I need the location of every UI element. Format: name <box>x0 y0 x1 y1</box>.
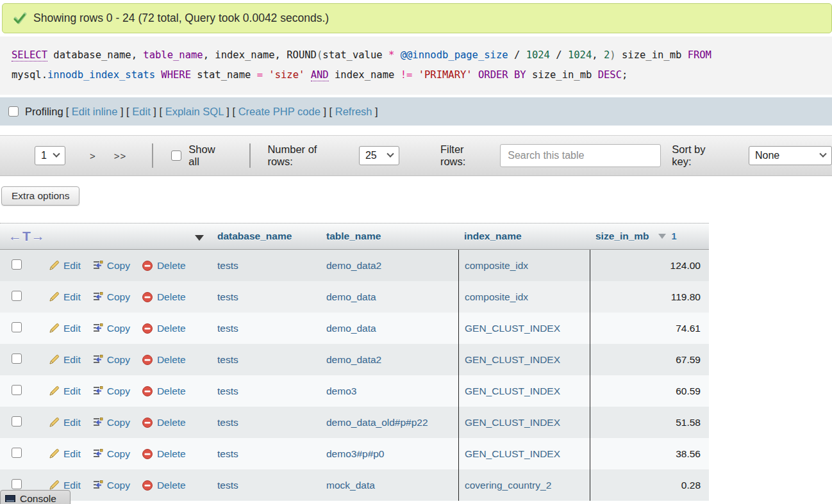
profiling-link-explain-sql[interactable]: Explain SQL <box>165 106 224 117</box>
profiling-link-refresh[interactable]: Refresh <box>335 106 372 117</box>
sort-desc-icon <box>658 234 666 239</box>
profiling-link-edit[interactable]: Edit <box>132 106 150 117</box>
row-checkbox[interactable] <box>12 259 22 270</box>
copy-button[interactable]: Copy <box>92 417 130 428</box>
filter-rows-label: Filter rows: <box>440 143 492 168</box>
sql-token: = <box>257 69 263 81</box>
profiling-link-edit-inline[interactable]: Edit inline <box>72 106 118 117</box>
edit-button[interactable]: Edit <box>49 323 81 334</box>
copy-button[interactable]: Copy <box>92 354 130 366</box>
sort-by-key-select[interactable]: None <box>749 146 832 165</box>
extra-options-button[interactable]: Extra options <box>1 186 79 206</box>
toolbar-divider <box>249 143 251 168</box>
header-size-in-mb[interactable]: size_in_mb 1 <box>590 231 709 242</box>
bracket: [ <box>326 106 335 117</box>
sql-token <box>155 69 161 81</box>
copy-button[interactable]: Copy <box>92 323 130 334</box>
success-check-icon <box>13 12 27 25</box>
success-message-bar: Showing rows 0 - 24 (72 total, Query too… <box>2 3 832 33</box>
bracket: [ <box>156 106 165 117</box>
row-checkbox[interactable] <box>12 322 22 332</box>
row-checkbox-cell <box>0 385 35 398</box>
cell-table-name: demo_data2 <box>320 354 458 366</box>
cell-size-in-mb: 119.80 <box>590 281 709 313</box>
last-page-button[interactable]: >> <box>114 150 127 161</box>
cell-index-name: GEN_CLUST_INDEX <box>458 344 590 375</box>
filter-rows-input[interactable] <box>500 144 661 167</box>
delete-button[interactable]: Delete <box>142 386 186 397</box>
results-table: ←T→ database_name table_name index_name … <box>0 223 709 501</box>
copy-button[interactable]: Copy <box>92 260 130 272</box>
delete-button[interactable]: Delete <box>142 417 186 428</box>
row-checkbox-cell <box>0 322 35 335</box>
cell-index-name: composite_idx <box>458 281 590 313</box>
table-row: EditCopyDeletetestsmock_datacovering_cou… <box>0 469 709 501</box>
copy-button[interactable]: Copy <box>92 480 130 491</box>
table-row: EditCopyDeletetestsdemo_dataGEN_CLUST_IN… <box>0 313 709 344</box>
console-tab[interactable]: Console <box>0 490 71 504</box>
edit-button[interactable]: Edit <box>49 480 81 491</box>
column-dropdown-icon[interactable] <box>195 235 204 241</box>
cell-size-in-mb: 124.00 <box>590 250 709 281</box>
delete-button[interactable]: Delete <box>142 448 186 460</box>
delete-button[interactable]: Delete <box>142 291 186 303</box>
header-table-name[interactable]: table_name <box>320 231 458 242</box>
row-checkbox-cell <box>0 416 35 429</box>
sort-order-number: 1 <box>672 231 677 241</box>
row-checkbox[interactable] <box>12 385 22 395</box>
cell-table-name: demo3#p#p0 <box>320 448 458 460</box>
edit-button[interactable]: Edit <box>49 291 81 303</box>
delete-button[interactable]: Delete <box>142 260 186 272</box>
row-checkbox-cell <box>0 448 35 460</box>
sql-query-box[interactable]: SELECT database_name, table_name, index_… <box>0 37 832 95</box>
edit-button[interactable]: Edit <box>49 260 81 272</box>
cell-index-name: covering_country_2 <box>458 469 590 501</box>
row-checkbox[interactable] <box>12 291 22 301</box>
sql-token: * <box>388 49 394 61</box>
sql-token: database_name, <box>47 49 143 61</box>
edit-button[interactable]: Edit <box>49 448 81 460</box>
sql-token <box>412 69 418 81</box>
row-checkbox[interactable] <box>12 354 22 364</box>
sql-token: stat_name <box>191 69 257 81</box>
page-select[interactable]: 1 <box>35 146 65 165</box>
profiling-checkbox[interactable] <box>8 106 19 117</box>
table-row: EditCopyDeletetestsdemo3#p#p0GEN_CLUST_I… <box>0 438 709 469</box>
cell-size-in-mb: 38.56 <box>590 438 709 469</box>
copy-button[interactable]: Copy <box>92 291 130 303</box>
row-checkbox-cell <box>0 354 35 366</box>
row-checkbox[interactable] <box>12 448 22 458</box>
rows-per-page-select[interactable]: 25 <box>359 146 399 165</box>
edit-button[interactable]: Edit <box>49 354 81 366</box>
sql-token: 1024 <box>526 49 550 61</box>
sql-token: 'PRIMARY' <box>419 69 472 81</box>
row-checkbox[interactable] <box>12 416 22 427</box>
header-index-name[interactable]: index_name <box>458 231 590 242</box>
table-row: EditCopyDeletetestsdemo_data_old#p#p22GE… <box>0 407 709 438</box>
delete-button[interactable]: Delete <box>142 354 186 366</box>
copy-button[interactable]: Copy <box>92 448 130 460</box>
sql-token: , <box>592 49 604 61</box>
cell-table-name: demo_data <box>320 291 458 303</box>
cell-table-name: demo3 <box>320 386 458 397</box>
header-database-name[interactable]: database_name <box>212 231 320 242</box>
delete-button[interactable]: Delete <box>142 323 186 334</box>
row-checkbox[interactable] <box>12 479 22 489</box>
edit-button[interactable]: Edit <box>49 386 81 397</box>
row-actions: EditCopyDelete <box>35 260 212 272</box>
edit-button[interactable]: Edit <box>49 417 81 428</box>
sql-token: / <box>550 49 568 61</box>
copy-button[interactable]: Copy <box>92 386 130 397</box>
cell-database-name: tests <box>212 386 320 397</box>
column-options-icon[interactable]: ←T→ <box>0 229 46 244</box>
profiling-link-create-php-code[interactable]: Create PHP code <box>238 106 320 117</box>
sql-token: innodb_index_stats <box>47 69 155 81</box>
show-all-checkbox[interactable] <box>171 150 181 161</box>
table-row: EditCopyDeletetestsdemo_data2GEN_CLUST_I… <box>0 344 709 375</box>
next-page-button[interactable]: > <box>90 150 96 161</box>
show-all-label: Show all <box>188 143 228 168</box>
sql-token: 'size' <box>269 69 304 81</box>
bracket: ] <box>117 106 123 117</box>
row-actions: EditCopyDelete <box>35 291 212 303</box>
delete-button[interactable]: Delete <box>142 480 186 491</box>
